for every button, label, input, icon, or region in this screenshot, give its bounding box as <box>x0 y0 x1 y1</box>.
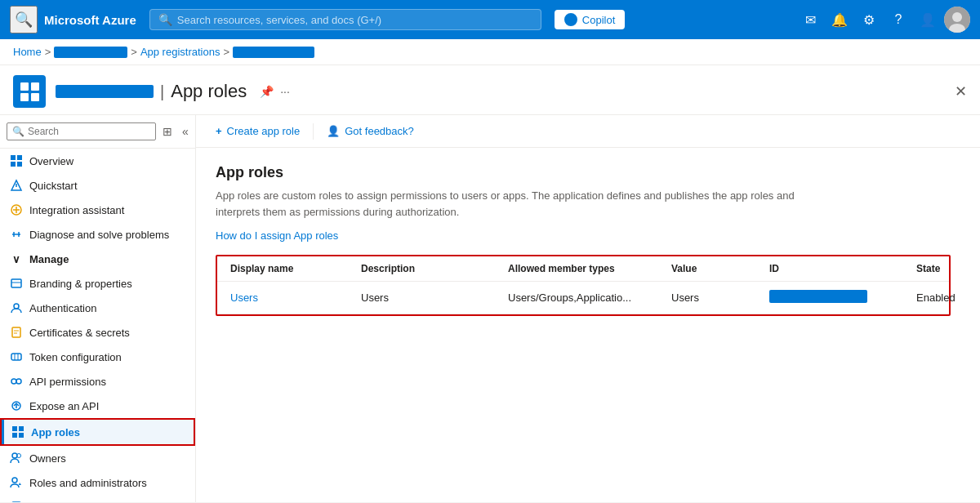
svg-point-24 <box>11 379 16 384</box>
sidebar-item-expose-api[interactable]: Expose an API <box>0 394 195 418</box>
pin-button[interactable]: 📌 <box>260 85 274 98</box>
global-search-input[interactable] <box>177 14 532 26</box>
page-header-text: | App roles 📌 ··· <box>56 81 290 102</box>
help-link[interactable]: How do I assign App roles <box>216 229 338 242</box>
mail-icon-button[interactable]: ✉ <box>797 7 823 33</box>
breadcrumb-home[interactable]: Home <box>13 46 42 58</box>
breadcrumb-current <box>233 47 314 58</box>
create-app-role-button[interactable]: + Create app role <box>209 122 306 140</box>
app-roles-icon <box>11 425 24 438</box>
certificates-icon <box>10 326 23 339</box>
feedback-button[interactable]: 👤 Got feedback? <box>320 122 421 140</box>
app-icon <box>13 75 46 108</box>
branding-label: Branding & properties <box>29 278 185 290</box>
sidebar-item-overview[interactable]: Overview <box>0 149 195 173</box>
col-description: Description <box>358 263 505 274</box>
content-description: App roles are custom roles to assign per… <box>216 188 836 220</box>
svg-rect-3 <box>11 155 16 160</box>
content-toolbar: + Create app role 👤 Got feedback? <box>196 115 980 148</box>
breadcrumb-sep3: > <box>223 46 229 58</box>
authentication-icon <box>10 301 23 314</box>
manifest-icon <box>10 501 23 502</box>
manifest-label: Manifest <box>29 501 185 503</box>
row-id <box>766 290 913 305</box>
row-display-name[interactable]: Users <box>227 292 358 304</box>
col-value: Value <box>668 263 766 274</box>
row-allowed-types: Users/Groups,Applicatio... <box>505 292 668 304</box>
sidebar-collapse-button[interactable]: « <box>179 122 192 141</box>
sidebar-search-icon: 🔍 <box>12 126 24 137</box>
sidebar-scroll-area: Overview Quickstart Integration assistan… <box>0 149 195 502</box>
col-display-name: Display name <box>227 263 358 274</box>
breadcrumb: Home > > App registrations > <box>0 39 980 65</box>
svg-marker-35 <box>19 483 21 485</box>
svg-point-34 <box>12 478 17 483</box>
integration-icon <box>10 203 23 216</box>
api-permissions-icon <box>10 375 23 388</box>
user-avatar[interactable] <box>944 7 970 33</box>
sidebar-item-integration[interactable]: Integration assistant <box>0 198 195 222</box>
content-area: + Create app role 👤 Got feedback? App ro… <box>196 115 980 502</box>
svg-rect-31 <box>19 433 24 438</box>
integration-label: Integration assistant <box>29 204 185 216</box>
token-label: Token configuration <box>29 351 185 363</box>
close-button[interactable]: ✕ <box>955 82 967 100</box>
copilot-icon <box>564 13 577 26</box>
overview-icon <box>10 154 23 167</box>
person-icon-button[interactable]: 👤 <box>915 7 941 33</box>
expose-api-label: Expose an API <box>29 400 185 412</box>
sidebar-manage-section[interactable]: ∨ Manage <box>0 247 195 271</box>
sidebar-item-app-roles[interactable]: App roles <box>0 418 195 446</box>
diagnose-icon <box>10 228 23 241</box>
roles-admins-label: Roles and administrators <box>29 477 185 489</box>
sidebar-item-diagnose[interactable]: Diagnose and solve problems <box>0 222 195 247</box>
sidebar-item-owners[interactable]: Owners <box>0 446 195 470</box>
sidebar-item-api-permissions[interactable]: API permissions <box>0 369 195 394</box>
app-name-header <box>56 85 154 98</box>
page-header-actions: 📌 ··· <box>260 85 290 98</box>
nav-icons: ✉ 🔔 ⚙ ? 👤 <box>797 7 970 33</box>
table-header: Display name Description Allowed member … <box>217 256 949 282</box>
row-id-redacted <box>769 290 867 303</box>
more-button[interactable]: ··· <box>280 85 290 98</box>
svg-rect-4 <box>17 155 22 160</box>
sidebar-item-certificates[interactable]: Certificates & secrets <box>0 320 195 345</box>
diagnose-label: Diagnose and solve problems <box>29 229 185 241</box>
sidebar-item-roles-admins[interactable]: Roles and administrators <box>0 470 195 495</box>
manage-chevron-icon: ∨ <box>10 252 23 265</box>
quickstart-label: Quickstart <box>29 180 185 192</box>
breadcrumb-app-registrations[interactable]: App registrations <box>140 46 220 58</box>
certificates-label: Certificates & secrets <box>29 327 185 339</box>
authentication-label: Authentication <box>29 302 185 314</box>
sidebar-search-input[interactable] <box>28 126 150 137</box>
sidebar-item-authentication[interactable]: Authentication <box>0 296 195 320</box>
bell-icon-button[interactable]: 🔔 <box>826 7 853 33</box>
sidebar-item-manifest[interactable]: Manifest <box>0 495 195 502</box>
sidebar-item-branding[interactable]: Branding & properties <box>0 271 195 296</box>
top-nav: 🔍 Microsoft Azure 🔍 Copilot ✉ 🔔 ⚙ ? 👤 <box>0 0 980 39</box>
col-state: State <box>913 263 980 274</box>
content-title: App roles <box>216 164 960 181</box>
row-state: Enabled <box>913 292 980 304</box>
sidebar-item-quickstart[interactable]: Quickstart <box>0 173 195 198</box>
settings-icon-button[interactable]: ⚙ <box>856 7 882 33</box>
copilot-button[interactable]: Copilot <box>555 10 625 29</box>
expose-api-icon <box>10 399 23 412</box>
main-layout: 🔍 ⊞ « Overview Quickstart <box>0 115 980 502</box>
breadcrumb-sep1: > <box>45 46 51 58</box>
global-search-bar: 🔍 <box>149 9 541 30</box>
svg-rect-18 <box>12 327 20 337</box>
roles-table: Display name Description Allowed member … <box>216 255 951 316</box>
owners-label: Owners <box>29 452 185 465</box>
svg-point-1 <box>952 12 962 22</box>
sidebar-item-token[interactable]: Token configuration <box>0 345 195 369</box>
nav-search-icon: 🔍 <box>158 13 172 26</box>
svg-rect-29 <box>19 426 24 431</box>
feedback-icon: 👤 <box>327 125 340 137</box>
svg-rect-30 <box>12 433 17 438</box>
col-id: ID <box>766 263 913 274</box>
sidebar-filter-button[interactable]: ⊞ <box>159 122 176 141</box>
help-icon-button[interactable]: ? <box>885 7 911 33</box>
hamburger-button[interactable]: 🔍 <box>10 6 38 33</box>
breadcrumb-sep2: > <box>131 46 137 58</box>
